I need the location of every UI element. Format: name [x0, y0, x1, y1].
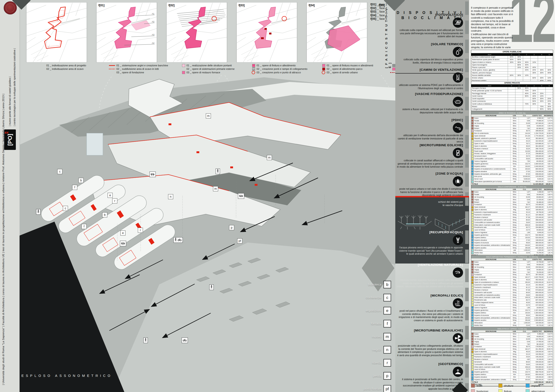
mobility-sign [36, 209, 41, 215]
cost-cu-cell: 108,16 [519, 224, 530, 226]
letters-key-box: b [383, 281, 391, 288]
cost-desc-cell: Canne e fognature [474, 307, 510, 309]
cost-desc-cell: Murature e tramezzi [474, 289, 510, 291]
table-row: Pavimenti e rivestimenti€/mq29,04145.200… [471, 356, 553, 358]
cost-cu-cell: 26,00 [519, 294, 530, 296]
cost-inc-cell: 0,02 % [544, 249, 553, 251]
cost-inc-cell: 0,11 % [544, 307, 553, 309]
schedule-year: 0 [508, 53, 515, 56]
device-section: [CAMINI DI VENTILAZIONE]utilizzato assie… [396, 68, 463, 90]
category-chip-cell [471, 209, 474, 211]
cost-desc-cell: Isolamenti e impermeabilizzazioni [474, 211, 510, 213]
cost-cu-cell: 150,08 [519, 319, 530, 321]
cost-tot-cell: 5.000,00 [530, 178, 544, 180]
table-row: Centri ricerca50%40%10% [471, 95, 553, 98]
table-row: Lavori di finitura€/mq23,70237.000,001,6… [471, 304, 553, 307]
car-icon [121, 241, 125, 246]
person-icon [174, 238, 177, 243]
category-chip-cell [471, 140, 474, 142]
table-row: Pareti mobili€/mq119,30954.400,008,75 % [471, 150, 553, 153]
cost-inc-cell: 1,44 % [544, 266, 553, 269]
legend-swatch-icon [390, 72, 395, 73]
cost-um-cell: €/mq [510, 276, 519, 278]
legend-number: 02 _ [186, 67, 191, 71]
cost-cu-cell: 7,62 [519, 343, 530, 345]
cost-cu-cell: 1,66 [519, 231, 530, 234]
cost-cu-cell: 133,74 [519, 234, 530, 236]
category-chip-cell [471, 201, 474, 203]
cost-inc-cell: 1,98 % [544, 170, 553, 173]
cost-inc-cell: 0,69 % [544, 263, 553, 266]
fasi-costruttive-title: [ F A S I C O S T R U T T I V E ] [385, 7, 392, 68]
cost-um-cell: €/mc [510, 191, 519, 193]
legend-number: 01 _ [327, 64, 331, 67]
building-marker: m [267, 155, 272, 160]
table-cell: 50% [530, 98, 538, 100]
table-row: Piazze e percorsi20%40%40% [471, 66, 553, 69]
expo-logo: ex [PO] [4, 130, 16, 150]
category-chip [471, 244, 474, 246]
cost-inc-cell: 3,14 % [544, 209, 553, 211]
cost-cu-cell: 57,36 [519, 216, 530, 218]
category-chip-cell [471, 242, 474, 244]
table-cell [546, 61, 553, 64]
category-chip-cell [471, 155, 474, 157]
table-row: Controsoffitti e setti acustici€/mq26,00… [471, 363, 553, 366]
category-chip-cell [471, 234, 474, 236]
cost-tot-cell: 445.000,00 [530, 361, 544, 363]
cost-inc-cell: 7,33 % [544, 168, 553, 170]
cost-tot-cell: 76.200,00 [530, 271, 544, 274]
table-cell [538, 56, 545, 58]
cost-desc-cell: Lavori di finitura [474, 368, 510, 370]
cost-header-cell: U.M. [510, 330, 519, 333]
category-chip-cell [471, 363, 474, 366]
category-chip-cell [471, 312, 474, 314]
device-section: [MICROPALI EOLICI]posti nel parco sfrutt… [396, 294, 463, 322]
table-row: Infissi esterni, lucernari e scale mobil… [471, 296, 553, 299]
cost-desc-cell: Fondazioni [474, 130, 510, 132]
totals-row: TOTALE4.899.500,00100,00 % [471, 381, 553, 384]
cost-cu-cell: 5.000,00 [519, 178, 530, 180]
cost-inc-cell: 11,28 % [544, 206, 553, 208]
cost-inc-cell: 10,43 % [544, 247, 553, 249]
table-cell [515, 77, 523, 79]
cost-inc-cell: 1,62 % [544, 324, 553, 327]
table-row: Pavimenti e rivestimenti€/mq81,12811.200… [471, 286, 553, 289]
cost-desc-cell: Rinterri [474, 201, 510, 203]
cost-inc-cell: 9,53 % [544, 165, 553, 167]
cost-desc-cell: Isolamenti e impermeabilizzazioni [474, 353, 510, 356]
cost-tot-cell: 83.800,00 [530, 196, 544, 198]
cost-um-cell: €/mq [510, 307, 519, 309]
category-chip [471, 279, 474, 281]
car-icon [239, 194, 243, 198]
cost-cu-cell: 45,20 [519, 351, 530, 353]
cost-um-cell: €/mq [510, 132, 519, 135]
table-row: Paratie€/mc9,9649.800,000,95 % [471, 335, 553, 338]
table-cell: 10% [523, 74, 530, 77]
table-row: Fondazioni€/mq35,70178.500,004,41 % [471, 345, 553, 348]
cost-tot-cell: 352.800,00 [530, 137, 544, 140]
table-cell [523, 108, 530, 110]
table-row: Murature e tramezzi€/mq33,34266.720,002,… [471, 148, 553, 150]
table-row: Impianto geotermico€/mq133,74534.960,009… [471, 234, 553, 237]
cost-um-cell: €/mq [510, 371, 519, 373]
table-cell [515, 95, 523, 97]
device-section-text: posti nel parco sfruttano i flussi di ve… [396, 309, 463, 322]
table-cell: 30% [515, 61, 523, 64]
cost-um-cell: €/mq [510, 178, 519, 180]
table-row: Murature e tramezzi€/mq4,8224.100,000,46… [471, 358, 553, 361]
table-cell [546, 58, 553, 61]
legend-label: impianti [531, 384, 540, 387]
map-legend: 01 _ opere di finitura e allestimento02 … [256, 64, 326, 74]
cost-inc-cell: 7,21 % [544, 309, 553, 312]
device-section-title: [GEOTERMICO] [396, 362, 463, 366]
table-cell [515, 92, 523, 95]
table-cell [538, 58, 545, 61]
letters-key-item: ricercar [358, 359, 391, 367]
table-cell [530, 87, 538, 89]
table-cell: 70% [523, 103, 530, 105]
cost-cu-cell: 40,00 [519, 301, 530, 304]
table-cell: 40% [523, 66, 530, 69]
category-chip-cell [471, 289, 474, 291]
cost-um-cell: €/mq [510, 231, 519, 234]
